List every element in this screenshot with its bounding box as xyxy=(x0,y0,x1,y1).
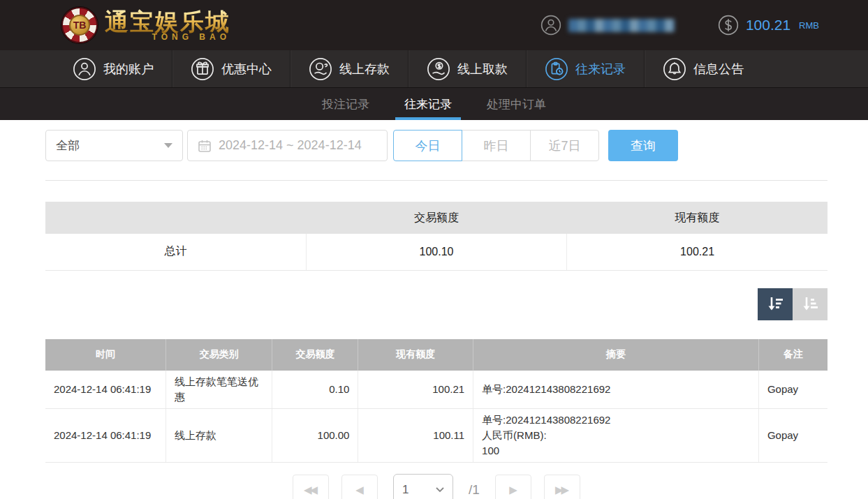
tab-bet-records[interactable]: 投注记录 xyxy=(320,88,372,120)
right-arrow-icon: ▶ xyxy=(509,484,515,496)
sub-tab-bar: 投注记录 往来记录 处理中订单 xyxy=(0,87,868,120)
cell-remark: Gopay xyxy=(758,408,827,462)
logo-subtitle: TONG BAO xyxy=(105,32,230,42)
sort-descending-button[interactable] xyxy=(758,288,793,320)
deposit-icon xyxy=(309,57,332,81)
cell-current-amount: 100.11 xyxy=(358,408,473,462)
col-header-remark: 备注 xyxy=(758,339,827,371)
date-range-value: 2024-12-14 ~ 2024-12-14 xyxy=(219,138,362,153)
main-nav: 我的账户 优惠中心 线上存款 xyxy=(0,50,868,87)
first-page-button[interactable]: ◀◀ xyxy=(293,475,329,499)
tab-transaction-records[interactable]: 往来记录 xyxy=(402,88,454,120)
nav-label: 优惠中心 xyxy=(221,61,272,77)
cell-trade-amount: 0.10 xyxy=(272,371,358,409)
cell-summary: 单号:202412143808221692 xyxy=(473,371,759,409)
cell-trade-amount: 100.00 xyxy=(272,408,358,462)
cell-current-amount: 100.21 xyxy=(358,371,473,409)
summary-current-amount: 100.21 xyxy=(567,234,827,270)
balance-currency: RMB xyxy=(799,20,819,31)
sort-controls xyxy=(45,288,827,320)
page-select-value: 1 xyxy=(402,483,409,497)
summary-total-row: 总计 100.10 100.21 xyxy=(45,234,827,270)
summary-total-label: 总计 xyxy=(45,234,306,270)
col-header-summary: 摘要 xyxy=(473,339,759,371)
previous-page-button[interactable]: ◀ xyxy=(341,475,378,499)
next-page-button[interactable]: ▶ xyxy=(495,475,531,499)
today-button[interactable]: 今日 xyxy=(393,130,462,161)
nav-item-online-deposit[interactable]: 线上存款 xyxy=(290,50,408,87)
logo-title: 通宝娱乐城 xyxy=(105,9,230,34)
logo-text: 通宝娱乐城 TONG BAO xyxy=(105,9,230,42)
type-select[interactable]: 全部 xyxy=(45,130,183,161)
chevron-down-icon xyxy=(436,487,444,493)
col-header-category: 交易类别 xyxy=(165,339,272,371)
nav-label: 线上存款 xyxy=(339,61,390,77)
cell-category: 线上存款 xyxy=(165,408,272,462)
quick-range-group: 今日 昨日 近7日 xyxy=(393,130,599,161)
cell-remark: Gopay xyxy=(758,371,827,409)
summary-trade-amount: 100.10 xyxy=(306,234,566,270)
chevron-down-icon xyxy=(164,143,172,148)
nav-item-transaction-records[interactable]: 往来记录 xyxy=(526,50,644,87)
button-label: 近7日 xyxy=(548,137,580,154)
sort-ascending-button[interactable] xyxy=(793,288,827,320)
last-page-button[interactable]: ▶▶ xyxy=(544,475,580,499)
tab-label: 处理中订单 xyxy=(487,96,546,112)
total-pages-label: /1 xyxy=(469,482,480,498)
nav-item-my-account[interactable]: 我的账户 xyxy=(54,50,172,87)
yesterday-button[interactable]: 昨日 xyxy=(462,130,531,161)
summary-table: 交易额度 现有额度 总计 100.10 100.21 xyxy=(45,202,827,271)
user-account-area[interactable] xyxy=(540,15,675,36)
pagination: ◀◀ ◀ 1 /1 ▶ ▶▶ xyxy=(45,474,827,499)
account-icon xyxy=(73,57,96,81)
button-label: 今日 xyxy=(415,137,441,154)
cell-summary: 单号:202412143808221692 人民币(RMB): 100 xyxy=(473,408,759,462)
nav-item-promotions[interactable]: 优惠中心 xyxy=(172,50,290,87)
nav-label: 线上取款 xyxy=(457,61,508,77)
page: TB 通宝娱乐城 TONG BAO 100.21 RMB xyxy=(0,0,868,499)
summary-header-current-amount: 现有额度 xyxy=(567,202,827,234)
table-row: 2024-12-14 06:41:19 线上存款 100.00 100.11 单… xyxy=(45,408,827,462)
nav-label: 信息公告 xyxy=(693,61,744,77)
cell-time: 2024-12-14 06:41:19 xyxy=(45,371,165,409)
query-button[interactable]: 查询 xyxy=(608,130,678,161)
withdraw-icon xyxy=(427,57,450,81)
content-area: 全部 2024-12-14 ~ 2024-12-14 今日 昨日 xyxy=(45,130,827,499)
tab-label: 投注记录 xyxy=(322,96,369,112)
promotions-icon xyxy=(191,57,214,81)
records-table: 时间 交易类别 交易额度 现有额度 摘要 备注 2024-12-14 06:41… xyxy=(45,339,827,463)
summary-header-row: 交易额度 现有额度 xyxy=(45,202,827,234)
username-redacted xyxy=(568,19,675,32)
nav-label: 往来记录 xyxy=(575,61,626,77)
col-header-current-amount: 现有额度 xyxy=(358,339,473,371)
summary-header-empty xyxy=(45,202,306,234)
calendar-icon xyxy=(198,139,212,153)
col-header-trade-amount: 交易额度 xyxy=(272,339,358,371)
top-header: TB 通宝娱乐城 TONG BAO 100.21 RMB xyxy=(0,0,868,50)
page-select[interactable]: 1 xyxy=(393,474,453,499)
nav-item-online-withdraw[interactable]: 线上取款 xyxy=(408,50,526,87)
casino-chip-icon: TB xyxy=(61,7,98,43)
left-arrow-icon: ◀ xyxy=(355,484,362,496)
table-row: 2024-12-14 06:41:19 线上存款笔笔送优惠 0.10 100.2… xyxy=(45,371,827,409)
nav-label: 我的账户 xyxy=(103,61,154,77)
type-select-value: 全部 xyxy=(56,137,80,154)
col-header-time: 时间 xyxy=(45,339,165,371)
date-range-input[interactable]: 2024-12-14 ~ 2024-12-14 xyxy=(187,130,388,161)
cell-time: 2024-12-14 06:41:19 xyxy=(45,408,165,462)
site-logo[interactable]: TB 通宝娱乐城 TONG BAO xyxy=(61,7,230,43)
transactions-icon xyxy=(545,57,568,81)
section-divider xyxy=(45,180,827,181)
filter-row: 全部 2024-12-14 ~ 2024-12-14 今日 昨日 xyxy=(45,130,827,161)
balance-display[interactable]: 100.21 RMB xyxy=(718,15,819,36)
records-header-row: 时间 交易类别 交易额度 现有额度 摘要 备注 xyxy=(45,339,827,371)
user-avatar-icon xyxy=(540,15,561,36)
last7days-button[interactable]: 近7日 xyxy=(530,130,599,161)
tab-pending-orders[interactable]: 处理中订单 xyxy=(485,88,548,120)
nav-item-announcements[interactable]: 信息公告 xyxy=(644,50,762,87)
dollar-coin-icon xyxy=(718,15,739,36)
sort-desc-icon xyxy=(765,295,785,314)
chip-label: TB xyxy=(69,15,90,36)
summary-header-trade-amount: 交易额度 xyxy=(306,202,566,234)
announcements-icon xyxy=(663,57,686,81)
